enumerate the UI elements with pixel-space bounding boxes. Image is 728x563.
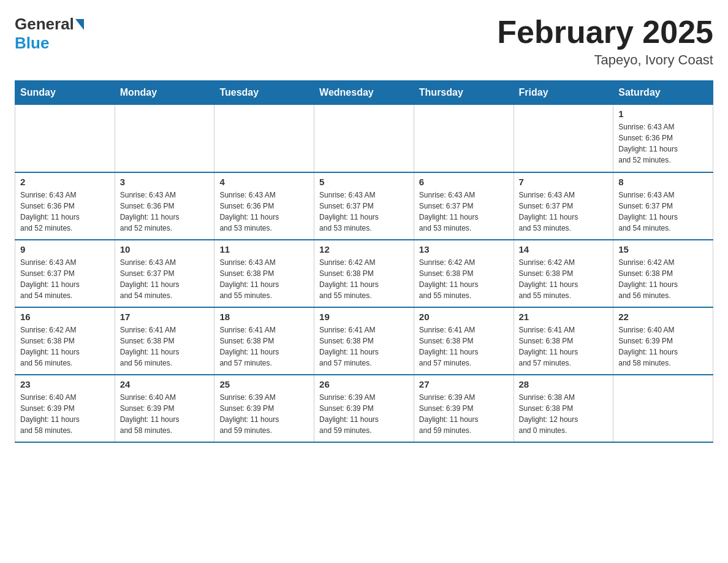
- calendar-week-4: 16Sunrise: 6:42 AM Sunset: 6:38 PM Dayli…: [15, 307, 713, 375]
- day-info: Sunrise: 6:42 AM Sunset: 6:38 PM Dayligh…: [519, 257, 609, 301]
- calendar-cell: [414, 105, 514, 172]
- calendar-cell: 1Sunrise: 6:43 AM Sunset: 6:36 PM Daylig…: [613, 105, 713, 172]
- calendar-cell: 28Sunrise: 6:38 AM Sunset: 6:38 PM Dayli…: [514, 375, 613, 442]
- day-info: Sunrise: 6:43 AM Sunset: 6:37 PM Dayligh…: [618, 190, 708, 234]
- calendar-cell: 27Sunrise: 6:39 AM Sunset: 6:39 PM Dayli…: [414, 375, 514, 442]
- day-info: Sunrise: 6:43 AM Sunset: 6:37 PM Dayligh…: [120, 257, 210, 301]
- calendar-cell: 8Sunrise: 6:43 AM Sunset: 6:37 PM Daylig…: [613, 172, 713, 240]
- day-info: Sunrise: 6:39 AM Sunset: 6:39 PM Dayligh…: [219, 392, 309, 436]
- calendar-cell: 16Sunrise: 6:42 AM Sunset: 6:38 PM Dayli…: [15, 307, 115, 375]
- day-number: 20: [419, 312, 509, 322]
- day-info: Sunrise: 6:42 AM Sunset: 6:38 PM Dayligh…: [319, 257, 409, 301]
- weekday-header-row: SundayMondayTuesdayWednesdayThursdayFrid…: [15, 81, 713, 105]
- day-number: 27: [419, 379, 509, 389]
- day-number: 25: [219, 379, 309, 389]
- weekday-header-sunday: Sunday: [15, 81, 115, 105]
- day-number: 10: [120, 244, 210, 255]
- day-info: Sunrise: 6:41 AM Sunset: 6:38 PM Dayligh…: [419, 324, 509, 369]
- day-number: 19: [319, 312, 409, 322]
- day-info: Sunrise: 6:42 AM Sunset: 6:38 PM Dayligh…: [618, 257, 708, 301]
- day-number: 13: [419, 244, 509, 255]
- day-info: Sunrise: 6:39 AM Sunset: 6:39 PM Dayligh…: [319, 392, 409, 436]
- calendar-header: SundayMondayTuesdayWednesdayThursdayFrid…: [15, 81, 713, 105]
- calendar-cell: 22Sunrise: 6:40 AM Sunset: 6:39 PM Dayli…: [613, 307, 713, 375]
- day-number: 14: [519, 244, 609, 255]
- calendar-week-5: 23Sunrise: 6:40 AM Sunset: 6:39 PM Dayli…: [15, 375, 713, 442]
- day-info: Sunrise: 6:43 AM Sunset: 6:37 PM Dayligh…: [20, 257, 110, 301]
- calendar-cell: 5Sunrise: 6:43 AM Sunset: 6:37 PM Daylig…: [314, 172, 414, 240]
- title-block: February 2025 Tapeyo, Ivory Coast: [497, 15, 713, 68]
- day-number: 11: [219, 244, 309, 255]
- day-info: Sunrise: 6:42 AM Sunset: 6:38 PM Dayligh…: [419, 257, 509, 301]
- weekday-header-thursday: Thursday: [414, 81, 514, 105]
- day-info: Sunrise: 6:41 AM Sunset: 6:38 PM Dayligh…: [519, 324, 609, 369]
- calendar-body: 1Sunrise: 6:43 AM Sunset: 6:36 PM Daylig…: [15, 105, 713, 442]
- logo-blue-text: Blue: [15, 34, 49, 53]
- day-number: 18: [219, 312, 309, 322]
- calendar-week-1: 1Sunrise: 6:43 AM Sunset: 6:36 PM Daylig…: [15, 105, 713, 172]
- calendar-title: February 2025: [497, 15, 713, 50]
- calendar-cell: 14Sunrise: 6:42 AM Sunset: 6:38 PM Dayli…: [514, 240, 613, 307]
- calendar-cell: [115, 105, 214, 172]
- day-number: 4: [219, 177, 309, 187]
- calendar-cell: [314, 105, 414, 172]
- calendar-cell: 4Sunrise: 6:43 AM Sunset: 6:36 PM Daylig…: [214, 172, 314, 240]
- calendar-cell: 6Sunrise: 6:43 AM Sunset: 6:37 PM Daylig…: [414, 172, 514, 240]
- calendar-cell: 26Sunrise: 6:39 AM Sunset: 6:39 PM Dayli…: [314, 375, 414, 442]
- day-info: Sunrise: 6:40 AM Sunset: 6:39 PM Dayligh…: [618, 324, 708, 369]
- calendar-cell: [214, 105, 314, 172]
- calendar-cell: 7Sunrise: 6:43 AM Sunset: 6:37 PM Daylig…: [514, 172, 613, 240]
- logo-arrow-icon: [75, 19, 84, 30]
- day-info: Sunrise: 6:43 AM Sunset: 6:37 PM Dayligh…: [319, 190, 409, 234]
- calendar-cell: 18Sunrise: 6:41 AM Sunset: 6:38 PM Dayli…: [214, 307, 314, 375]
- day-number: 8: [618, 177, 708, 187]
- day-number: 12: [319, 244, 409, 255]
- day-info: Sunrise: 6:38 AM Sunset: 6:38 PM Dayligh…: [519, 392, 609, 436]
- day-number: 6: [419, 177, 509, 187]
- calendar-week-3: 9Sunrise: 6:43 AM Sunset: 6:37 PM Daylig…: [15, 240, 713, 307]
- calendar-cell: 9Sunrise: 6:43 AM Sunset: 6:37 PM Daylig…: [15, 240, 115, 307]
- day-number: 21: [519, 312, 609, 322]
- day-number: 24: [120, 379, 210, 389]
- calendar-cell: 25Sunrise: 6:39 AM Sunset: 6:39 PM Dayli…: [214, 375, 314, 442]
- day-number: 16: [20, 312, 110, 322]
- weekday-header-wednesday: Wednesday: [314, 81, 414, 105]
- calendar-cell: 21Sunrise: 6:41 AM Sunset: 6:38 PM Dayli…: [514, 307, 613, 375]
- page-header: General Blue February 2025 Tapeyo, Ivory…: [15, 15, 713, 68]
- day-number: 7: [519, 177, 609, 187]
- day-info: Sunrise: 6:41 AM Sunset: 6:38 PM Dayligh…: [120, 324, 210, 369]
- day-info: Sunrise: 6:41 AM Sunset: 6:38 PM Dayligh…: [219, 324, 309, 369]
- day-info: Sunrise: 6:39 AM Sunset: 6:39 PM Dayligh…: [419, 392, 509, 436]
- calendar-cell: [514, 105, 613, 172]
- weekday-header-saturday: Saturday: [613, 81, 713, 105]
- day-info: Sunrise: 6:43 AM Sunset: 6:36 PM Dayligh…: [20, 190, 110, 234]
- day-info: Sunrise: 6:43 AM Sunset: 6:37 PM Dayligh…: [519, 190, 609, 234]
- day-info: Sunrise: 6:40 AM Sunset: 6:39 PM Dayligh…: [120, 392, 210, 436]
- calendar-cell: 10Sunrise: 6:43 AM Sunset: 6:37 PM Dayli…: [115, 240, 214, 307]
- day-number: 1: [618, 109, 708, 119]
- day-info: Sunrise: 6:43 AM Sunset: 6:38 PM Dayligh…: [219, 257, 309, 301]
- day-info: Sunrise: 6:41 AM Sunset: 6:38 PM Dayligh…: [319, 324, 409, 369]
- calendar-cell: 15Sunrise: 6:42 AM Sunset: 6:38 PM Dayli…: [613, 240, 713, 307]
- day-number: 3: [120, 177, 210, 187]
- day-info: Sunrise: 6:43 AM Sunset: 6:36 PM Dayligh…: [120, 190, 210, 234]
- calendar-table: SundayMondayTuesdayWednesdayThursdayFrid…: [15, 80, 713, 443]
- day-number: 2: [20, 177, 110, 187]
- day-number: 9: [20, 244, 110, 255]
- day-info: Sunrise: 6:40 AM Sunset: 6:39 PM Dayligh…: [20, 392, 110, 436]
- weekday-header-monday: Monday: [115, 81, 214, 105]
- day-number: 26: [319, 379, 409, 389]
- day-number: 23: [20, 379, 110, 389]
- day-number: 28: [519, 379, 609, 389]
- calendar-cell: 11Sunrise: 6:43 AM Sunset: 6:38 PM Dayli…: [214, 240, 314, 307]
- day-info: Sunrise: 6:43 AM Sunset: 6:36 PM Dayligh…: [618, 121, 708, 166]
- day-number: 5: [319, 177, 409, 187]
- calendar-cell: 2Sunrise: 6:43 AM Sunset: 6:36 PM Daylig…: [15, 172, 115, 240]
- weekday-header-tuesday: Tuesday: [214, 81, 314, 105]
- calendar-cell: 20Sunrise: 6:41 AM Sunset: 6:38 PM Dayli…: [414, 307, 514, 375]
- day-number: 15: [618, 244, 708, 255]
- calendar-week-2: 2Sunrise: 6:43 AM Sunset: 6:36 PM Daylig…: [15, 172, 713, 240]
- calendar-cell: [15, 105, 115, 172]
- day-number: 17: [120, 312, 210, 322]
- day-number: 22: [618, 312, 708, 322]
